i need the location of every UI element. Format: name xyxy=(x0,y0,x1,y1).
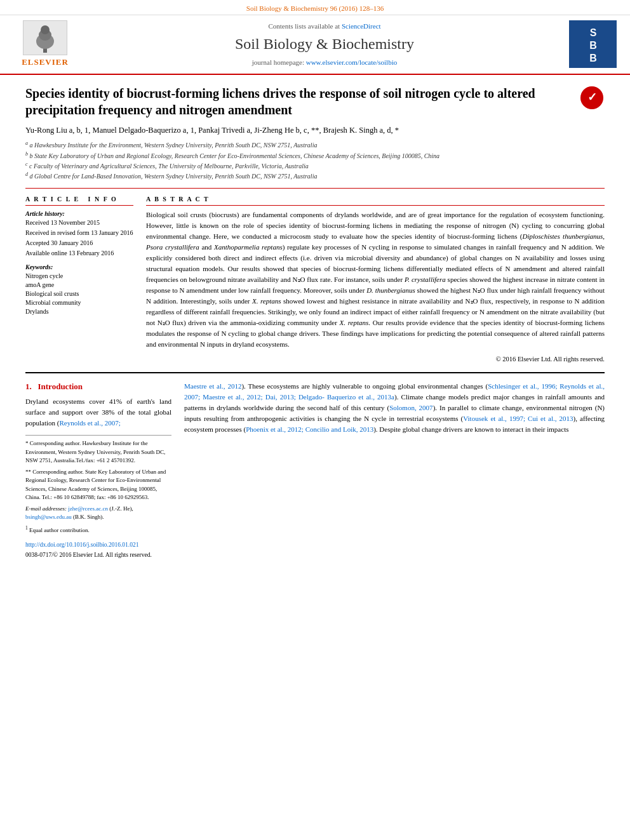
svg-text:B: B xyxy=(589,53,597,63)
article-info-column: A R T I C L E I N F O Article history: R… xyxy=(25,195,133,364)
intro-right-column: Maestre et al., 2012). These ecosystems … xyxy=(184,381,605,559)
affiliation-d: d d Global Centre for Land-Based Innovat… xyxy=(25,171,605,181)
ref-cui: Cui et al., 2013 xyxy=(528,415,573,422)
keyword-5: Drylands xyxy=(25,307,133,316)
intro-left-column: 1. Introduction Dryland ecosystems cover… xyxy=(25,381,171,559)
main-content: Species identity of biocrust-forming lic… xyxy=(0,75,630,570)
intro-left-para: Dryland ecosystems cover 41% of earth's … xyxy=(25,396,171,429)
crossmark-section: ✓ xyxy=(579,85,605,110)
ref-vitousek: Vitousek et al., 1997; xyxy=(463,415,525,422)
ref-phoenix: Phoenix et al., 2012; xyxy=(246,425,304,433)
laboratory-text: Laboratory xyxy=(109,469,134,475)
elsevier-tree-image xyxy=(23,20,67,55)
elsevier-wordmark: ELSEVIER xyxy=(22,57,69,68)
keywords-section: Keywords: Nitrogen cycle amoA gene Biolo… xyxy=(25,263,133,316)
authors-line: Yu-Rong Liu a, b, 1, Manuel Delgado-Baqu… xyxy=(25,124,605,137)
doi-link[interactable]: http://dx.doi.org/10.1016/j.soilbio.2016… xyxy=(25,542,139,548)
svg-point-3 xyxy=(41,25,50,34)
received-date: Received 13 November 2015 xyxy=(25,218,133,227)
keyword-1: Nitrogen cycle xyxy=(25,272,133,281)
journal-header: ELSEVIER Contents lists available at Sci… xyxy=(0,15,630,74)
doi-url: http://dx.doi.org/10.1016/j.soilbio.2016… xyxy=(25,541,171,549)
elsevier-logo: ELSEVIER xyxy=(10,20,80,68)
keyword-4: Microbial community xyxy=(25,298,133,307)
sciencedirect-label[interactable]: ScienceDirect xyxy=(342,22,381,30)
crossmark-svg: ✓ xyxy=(580,86,603,109)
article-history-block: Article history: Received 13 November 20… xyxy=(25,210,133,258)
email-jzhe[interactable]: jzhe@rcees.ac.cn xyxy=(68,505,108,512)
abstract-column: A B S T R A C T Biological soil crusts (… xyxy=(146,195,605,364)
footnote-star: * Corresponding author. Hawkesbury Insti… xyxy=(25,439,171,465)
footnotes-section: * Corresponding author. Hawkesbury Insti… xyxy=(25,435,171,535)
ref-schlesinger: Schlesinger et al., 1996; xyxy=(488,382,557,390)
crossmark-icon: ✓ xyxy=(580,86,603,109)
elsevier-tree-svg xyxy=(26,22,64,54)
journal-homepage: journal homepage: www.elsevier.com/locat… xyxy=(86,58,563,67)
history-label: Article history: xyxy=(25,210,133,218)
introduction-section: 1. Introduction Dryland ecosystems cover… xyxy=(25,381,605,559)
footnote-email: E-mail addresses: jzhe@rcees.ac.cn (J.-Z… xyxy=(25,505,171,522)
journal-title: Soil Biology & Biochemistry xyxy=(86,34,563,55)
ref-maestre-2012: Maestre et al., 2012 xyxy=(184,382,241,390)
email-bsingh[interactable]: bsingh@uws.edu.au xyxy=(25,514,72,520)
journal-logo-section: S B B xyxy=(569,20,620,68)
ref-solomon: Solomon, 2007 xyxy=(389,404,432,411)
ref-concilio: Concilio and Loik, 2013 xyxy=(305,425,374,433)
sbb-logo-svg: S B B xyxy=(571,22,615,67)
elsevier-logo-section: ELSEVIER xyxy=(10,20,80,68)
top-bar: Soil Biology & Biochemistry 96 (2016) 12… xyxy=(0,0,630,15)
ref-reynolds: Reynolds et al., 2007; xyxy=(59,419,120,427)
ref-delgado: Delgado- Baquerizo et al., 2013a xyxy=(298,393,394,401)
received-revised: Received in revised form 13 January 2016 xyxy=(25,229,133,237)
affiliation-a: a a Hawkesbury Institute for the Environ… xyxy=(25,140,605,150)
affiliations-section: a a Hawkesbury Institute for the Environ… xyxy=(25,140,605,181)
article-title-section: Species identity of biocrust-forming lic… xyxy=(25,85,605,118)
divider-red-1 xyxy=(25,188,605,189)
accepted-date: Accepted 30 January 2016 xyxy=(25,239,133,248)
article-info-abstract-section: A R T I C L E I N F O Article history: R… xyxy=(25,195,605,364)
affiliation-b: b b State Key Laboratory of Urban and Re… xyxy=(25,150,605,161)
journal-url[interactable]: www.elsevier.com/locate/soilbio xyxy=(306,58,397,66)
sciencedirect-link: Contents lists available at ScienceDirec… xyxy=(86,22,563,31)
svg-text:B: B xyxy=(589,40,597,51)
affiliation-c: c c Faculty of Veterinary and Agricultur… xyxy=(25,161,605,171)
doi-section: http://dx.doi.org/10.1016/j.soilbio.2016… xyxy=(25,541,171,559)
svg-text:✓: ✓ xyxy=(587,91,597,103)
keywords-label: Keywords: xyxy=(25,263,133,272)
footnote-equal: 1 Equal author contribution. xyxy=(25,524,171,535)
intro-section-title: 1. Introduction xyxy=(25,381,171,392)
article-title: Species identity of biocrust-forming lic… xyxy=(25,85,573,118)
abstract-text: Biological soil crusts (biocrusts) are f… xyxy=(146,210,605,350)
abstract-header: A B S T R A C T xyxy=(146,195,605,206)
abstract-copyright: © 2016 Elsevier Ltd. All rights reserved… xyxy=(146,355,605,364)
footnote-starstar: ** Corresponding author. State Key Labor… xyxy=(25,468,171,502)
journal-title-section: Contents lists available at ScienceDirec… xyxy=(86,22,563,67)
keyword-2: amoA gene xyxy=(25,281,133,290)
journal-logo-box: S B B xyxy=(569,20,617,68)
article-info-header: A R T I C L E I N F O xyxy=(25,195,133,206)
svg-text:S: S xyxy=(589,27,596,38)
ref-maestre2: Maestre et al., 2012; xyxy=(203,393,262,401)
authors-text: Yu-Rong Liu a, b, 1, Manuel Delgado-Baqu… xyxy=(25,126,399,135)
intro-right-para: Maestre et al., 2012). These ecosystems … xyxy=(184,381,605,435)
divider-thick-1 xyxy=(25,372,605,373)
available-date: Available online 13 February 2016 xyxy=(25,249,133,258)
ref-dai: Dai, 2013; xyxy=(265,393,296,401)
keyword-3: Biological soil crusts xyxy=(25,290,133,298)
copyright-footer: 0038-0717/© 2016 Elsevier Ltd. All right… xyxy=(25,551,171,559)
journal-ref: Soil Biology & Biochemistry 96 (2016) 12… xyxy=(246,4,384,12)
